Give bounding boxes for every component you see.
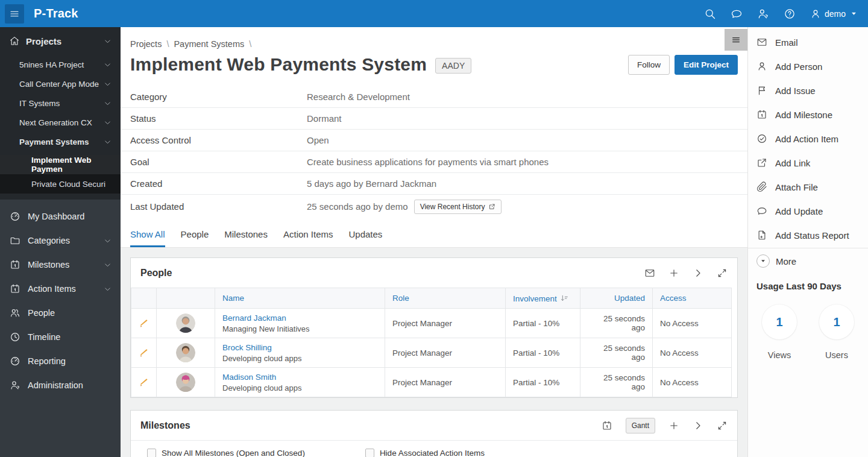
follow-button[interactable]: Follow	[628, 55, 670, 75]
sidebar-item-administration[interactable]: Administration	[0, 373, 121, 397]
breadcrumb-separator: \	[166, 39, 169, 49]
chevron-down-icon	[103, 99, 112, 108]
chevron-right-icon	[693, 268, 703, 279]
action-email[interactable]: Email	[748, 30, 868, 54]
sidebar-item-milestones[interactable]: Milestones	[0, 253, 121, 277]
action-add-link[interactable]: Add Link	[748, 151, 868, 175]
show-all-milestones-checkbox[interactable]: Show All Milestones (Open and Closed)	[147, 449, 305, 457]
chevron-right-icon	[693, 420, 703, 431]
edit-person-button[interactable]	[139, 377, 149, 388]
tab-action-items[interactable]: Action Items	[283, 229, 333, 247]
people-expand-button[interactable]	[717, 268, 728, 279]
sidebar-item-projects[interactable]: Projects	[0, 27, 121, 55]
edit-project-button[interactable]: Edit Project	[675, 55, 738, 75]
column-header-involvement[interactable]: Involvement	[506, 288, 580, 309]
more-button[interactable]: More	[748, 248, 868, 274]
hide-associated-action-items-checkbox[interactable]: Hide Associated Action Items	[365, 449, 485, 457]
usage-views-stat: 1 Views	[761, 304, 797, 360]
flag-icon	[756, 85, 767, 96]
email-people-button[interactable]	[644, 268, 655, 279]
edit-person-button[interactable]	[139, 347, 149, 358]
messages-button[interactable]	[731, 8, 743, 20]
milestones-expand-button[interactable]	[717, 420, 728, 431]
table-row: Brock ShillingDeveloping cloud apps Proj…	[131, 338, 732, 368]
main-content: Projects \ Payment Systems \ Implement W…	[121, 27, 747, 457]
action-add-issue[interactable]: Add Issue	[748, 78, 868, 102]
tab-bar: Show All People Milestones Action Items …	[121, 218, 747, 248]
dashboard-gauge-icon	[10, 211, 20, 222]
action-label: Email	[775, 37, 798, 48]
views-label: Views	[768, 350, 791, 360]
tab-people[interactable]: People	[181, 229, 209, 247]
action-add-person[interactable]: Add Person	[748, 54, 868, 78]
action-add-milestone[interactable]: Add Milestone	[748, 102, 868, 127]
detail-value: Create business applications for payment…	[307, 157, 549, 167]
add-milestone-panel-button[interactable]	[668, 420, 679, 431]
milestones-calendar-button[interactable]	[602, 420, 612, 431]
usage-users-stat: 1 Users	[819, 304, 855, 360]
panels-area: People Name Rol	[121, 248, 747, 457]
person-role: Project Manager	[385, 309, 506, 338]
people-open-button[interactable]	[693, 268, 703, 279]
sidebar-item-label: Private Cloud Securi	[31, 180, 105, 189]
detail-row-created: Created 5 days ago by Bernard Jackman	[121, 172, 747, 194]
tab-show-all[interactable]: Show All	[130, 229, 165, 247]
action-label: Add Link	[775, 158, 810, 168]
breadcrumb-projects[interactable]: Projects	[130, 39, 162, 49]
admin-button[interactable]	[757, 8, 769, 20]
chevron-down-icon	[103, 118, 112, 127]
column-header-name[interactable]: Name	[215, 288, 385, 309]
sidebar-item-categories[interactable]: Categories	[0, 228, 121, 253]
column-header-updated[interactable]: Updated	[580, 288, 653, 309]
help-icon	[784, 8, 796, 20]
detail-value: Research & Development	[307, 92, 410, 102]
tab-updates[interactable]: Updates	[349, 229, 383, 247]
detail-label: Created	[130, 178, 307, 189]
sidebar-item-my-dashboard[interactable]: My Dashboard	[0, 204, 121, 228]
sidebar-item-payment-systems[interactable]: Payment Systems	[0, 132, 121, 151]
milestones-open-button[interactable]	[693, 420, 703, 431]
sidebar-item-label: Reporting	[28, 356, 66, 366]
person-access: No Access	[653, 368, 732, 397]
tab-milestones[interactable]: Milestones	[224, 229, 268, 247]
person-name-link[interactable]: Madison Smith	[222, 373, 276, 382]
action-attach-file[interactable]: Attach File	[748, 175, 868, 199]
checkbox[interactable]	[365, 449, 374, 457]
sidebar-item-action-items[interactable]: Action Items	[0, 277, 121, 301]
sidebar-item-private-cloud-security[interactable]: Private Cloud Securi	[0, 174, 121, 194]
action-label: Add Action Item	[775, 134, 838, 144]
hamburger-menu-button[interactable]	[5, 4, 24, 24]
edit-person-button[interactable]	[139, 318, 149, 329]
detail-row-status: Status Dormant	[121, 107, 747, 129]
sidebar-item-people[interactable]: People	[0, 301, 121, 325]
action-add-action-item[interactable]: Add Action Item	[748, 127, 868, 151]
breadcrumb-payment-systems[interactable]: Payment Systems	[174, 39, 244, 49]
sidebar-item-it-systems[interactable]: IT Systems	[0, 93, 121, 113]
gantt-button[interactable]: Gantt	[626, 418, 655, 433]
user-menu[interactable]: demo	[810, 8, 858, 19]
search-button[interactable]	[704, 8, 716, 20]
column-header-access[interactable]: Access	[653, 288, 732, 309]
search-icon	[704, 8, 716, 20]
sidebar-item-5nines-ha-project[interactable]: 5nines HA Project	[0, 55, 121, 74]
sidebar-item-next-generation-cx[interactable]: Next Generation CX	[0, 113, 121, 132]
hamburger-icon	[9, 8, 20, 19]
view-recent-history-button[interactable]: View Recent History	[414, 200, 502, 214]
help-button[interactable]	[784, 8, 796, 20]
calendar-icon	[10, 283, 20, 294]
action-add-status-report[interactable]: Add Status Report	[748, 223, 868, 247]
person-name-link[interactable]: Brock Shilling	[222, 343, 272, 352]
sidebar-item-label: 5nines HA Project	[19, 60, 84, 69]
sidebar-item-reporting[interactable]: Reporting	[0, 349, 121, 373]
add-person-panel-button[interactable]	[668, 268, 679, 279]
page-options-button[interactable]	[725, 29, 747, 51]
checkbox[interactable]	[147, 449, 156, 457]
person-name-link[interactable]: Bernard Jackman	[222, 314, 286, 323]
sidebar-item-timeline[interactable]: Timeline	[0, 325, 121, 349]
sidebar-item-implement-web-payments[interactable]: Implement Web Paymen	[0, 155, 121, 174]
action-add-update[interactable]: Add Update	[748, 199, 868, 223]
sidebar-item-call-center-app-mode[interactable]: Call Center App Mode	[0, 74, 121, 93]
calendar-icon	[10, 259, 20, 270]
clock-icon	[10, 332, 20, 342]
column-header-role[interactable]: Role	[385, 288, 506, 309]
